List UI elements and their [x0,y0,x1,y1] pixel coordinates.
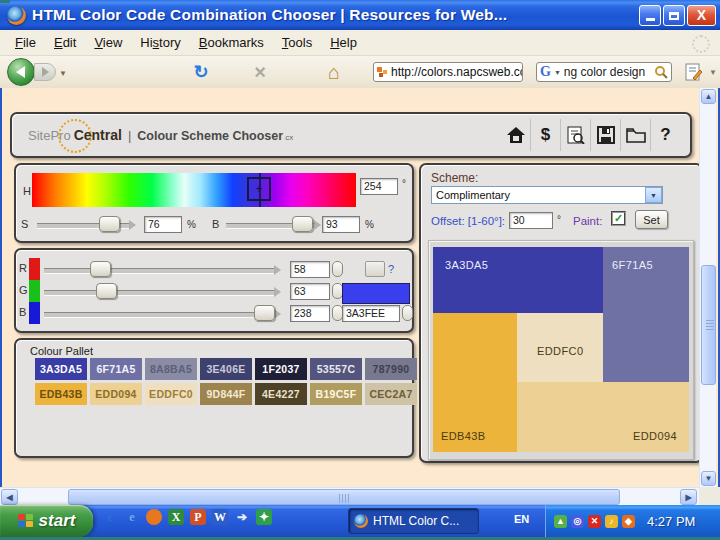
hue-selector[interactable]: + [247,177,271,201]
messenger-tray-icon[interactable]: ◎ [571,515,584,528]
saturation-slider-thumb[interactable] [99,216,120,232]
palette-swatch-4E4227[interactable]: 4E4227 [255,383,307,405]
menu-item-help[interactable]: Help [321,32,366,53]
print-button[interactable] [501,119,530,151]
palette-swatch-9D844F[interactable]: 9D844F [200,383,252,405]
taskbar-task-button[interactable]: HTML Color C... [348,508,479,534]
excel-icon[interactable]: X [168,509,184,525]
palette-swatch-B19C5F[interactable]: B19C5F [310,383,362,405]
reload-button[interactable]: ↻ [189,62,213,82]
restore-button[interactable] [663,5,685,26]
search-engine-caret[interactable]: ▼ [554,69,561,76]
blue-value-input[interactable]: 238 [290,305,330,322]
hue-value-input[interactable]: 254 [360,178,398,195]
vertical-scroll-thumb[interactable] [701,265,716,385]
start-button[interactable]: start [0,505,93,537]
hex-value-input[interactable]: 3A3FEE [342,305,400,322]
word-icon[interactable]: W [212,509,228,525]
hex-spinner[interactable] [402,305,413,321]
paint-checkbox[interactable]: ✓ [611,211,626,226]
vertical-scrollbar[interactable]: ▲ ▼ [699,88,716,487]
powerpoint-icon[interactable]: P [190,509,206,525]
cost-button[interactable]: $ [530,119,560,151]
report-button[interactable] [560,119,590,151]
taskbar: start eeXPW➔✦ HTML Color C... EN ▲◎✕♪◆ 4… [0,505,720,537]
scroll-left-button[interactable]: ◀ [1,489,18,505]
menu-item-edit[interactable]: Edit [45,32,85,53]
blue-slider-track[interactable] [44,312,274,318]
scroll-up-button[interactable]: ▲ [701,89,716,104]
palette-swatch-3A3DA5[interactable]: 3A3DA5 [35,358,87,380]
notes-icon[interactable] [683,62,703,82]
search-magnifier-icon[interactable] [654,65,668,79]
help-button[interactable]: ? [650,119,680,151]
scroll-down-button[interactable]: ▼ [701,471,716,486]
red-slider-thumb[interactable] [90,261,111,277]
taskbar-clock[interactable]: 4:27 PM [647,514,695,529]
blue-slider-thumb[interactable] [254,305,275,321]
firefox-icon[interactable] [146,509,162,525]
history-dropdown-caret[interactable]: ▼ [59,69,67,78]
scheme-dropdown-caret[interactable]: ▼ [645,187,662,203]
offset-input[interactable]: 30 [509,212,553,229]
hue-gradient-bar[interactable]: + [32,173,356,207]
preview-block-accent: EDB43B [433,313,517,452]
palette-swatch-1F2037[interactable]: 1F2037 [255,358,307,380]
palette-swatch-787990[interactable]: 787990 [365,358,417,380]
scroll-right-button[interactable]: ▶ [680,489,697,505]
security-alert-icon[interactable]: ✕ [588,515,601,528]
forward-button[interactable] [34,63,56,81]
save-button[interactable] [590,119,620,151]
toolbar-overflow-caret[interactable]: ▼ [709,68,717,77]
palette-swatch-EDDFC0[interactable]: EDDFC0 [145,383,197,405]
green-slider-thumb[interactable] [96,283,117,299]
back-button[interactable] [7,58,35,86]
red-value-input[interactable]: 58 [290,261,330,278]
menu-item-file[interactable]: File [6,32,45,53]
language-indicator[interactable]: EN [514,513,529,525]
horizontal-scrollbar[interactable]: ◀ ▶ [0,487,699,505]
saturation-value-input[interactable]: 76 [144,216,182,233]
menu-item-tools[interactable]: Tools [273,32,321,53]
home-button[interactable]: ⌂ [322,61,346,83]
palette-swatch-CEC2A7[interactable]: CEC2A7 [365,383,417,405]
menu-item-bookmarks[interactable]: Bookmarks [190,32,273,53]
green-slider-track[interactable] [44,290,274,296]
system-tray: ▲◎✕♪◆ 4:27 PM [545,505,720,537]
ie-icon[interactable]: e [102,509,118,525]
palette-swatch-8A8BA5[interactable]: 8A8BA5 [145,358,197,380]
update-tray-icon[interactable]: ◆ [622,515,635,528]
quick-launch-bar: eeXPW➔✦ [102,509,272,525]
horizontal-scroll-thumb[interactable] [68,489,620,505]
close-button[interactable]: X [687,5,716,26]
stop-button[interactable]: × [249,61,271,83]
search-input-text[interactable]: ng color design [564,65,654,79]
brightness-value-input[interactable]: 93 [322,216,360,233]
red-slider-track[interactable] [44,268,274,274]
show-desktop-icon[interactable]: ➔ [234,509,250,525]
palette-swatch-3E406E[interactable]: 3E406E [200,358,252,380]
search-field[interactable]: G ▼ ng color design [536,62,672,82]
url-text[interactable]: http://colors.napcsweb.com/colorschemer/ [391,65,523,79]
brightness-slider-thumb[interactable] [292,216,313,232]
red-spinner[interactable] [332,261,343,277]
url-field[interactable]: http://colors.napcsweb.com/colorschemer/… [373,62,523,82]
minimize-button[interactable] [639,5,661,26]
palette-swatch-53557C[interactable]: 53557C [310,358,362,380]
scheme-select[interactable]: Complimentary ▼ [431,186,663,204]
browser-icon[interactable]: e [124,509,140,525]
palette-swatch-6F71A5[interactable]: 6F71A5 [90,358,142,380]
volume-icon[interactable]: ♪ [605,515,618,528]
site-header-panel: SitePro Central | Colour Scheme Chooser … [10,112,692,158]
rgb-help-mark[interactable]: ? [388,263,394,275]
palette-swatch-EDD094[interactable]: EDD094 [90,383,142,405]
set-button[interactable]: Set [635,210,668,229]
palette-swatch-EDB43B[interactable]: EDB43B [35,383,87,405]
green-value-input[interactable]: 63 [290,283,330,300]
agent-tray-icon[interactable]: ▲ [554,515,567,528]
menu-item-history[interactable]: History [131,32,189,53]
menu-item-view[interactable]: View [85,32,131,53]
messenger-icon[interactable]: ✦ [256,509,272,525]
picker-tool-button[interactable] [365,261,385,277]
open-button[interactable] [620,119,650,151]
